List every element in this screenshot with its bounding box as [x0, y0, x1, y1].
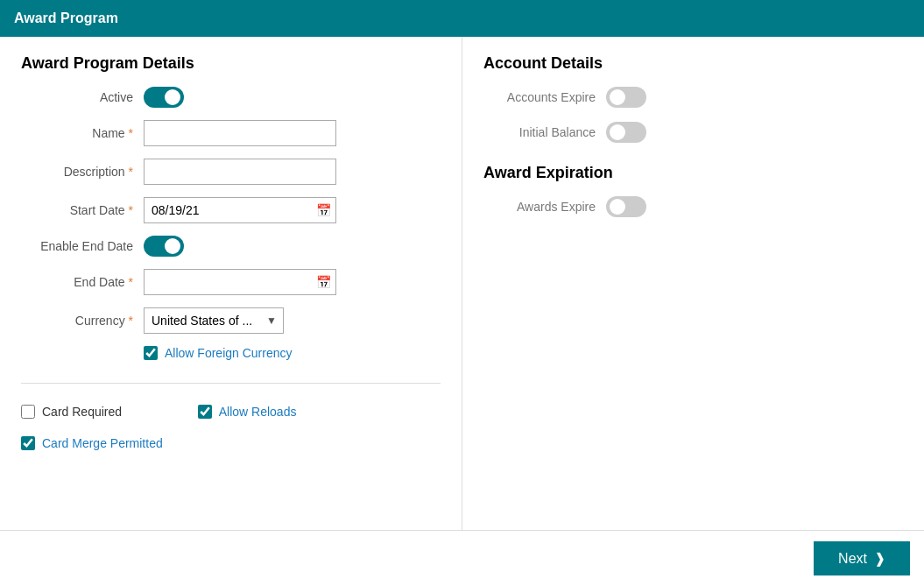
card-required-label[interactable]: Card Required [42, 405, 122, 419]
end-date-row: End Date 📅 [21, 269, 441, 295]
currency-label: Currency [21, 314, 144, 328]
accounts-expire-toggle[interactable] [606, 87, 646, 108]
awards-expire-row: Awards Expire [483, 196, 903, 217]
next-button[interactable]: Next ❱ [814, 541, 910, 575]
allow-reloads-label[interactable]: Allow Reloads [219, 405, 297, 419]
active-label: Active [21, 90, 144, 104]
next-label: Next [838, 551, 867, 567]
awards-expire-label: Awards Expire [483, 200, 606, 214]
description-row: Description [21, 159, 441, 185]
name-label: Name [21, 126, 144, 140]
start-date-label: Start Date [21, 203, 144, 217]
allow-foreign-currency-checkbox-row: Allow Foreign Currency [144, 346, 293, 360]
name-row: Name [21, 120, 441, 146]
enable-end-date-row: Enable End Date [21, 236, 441, 257]
allow-foreign-currency-label[interactable]: Allow Foreign Currency [165, 346, 293, 360]
right-panel: Account Details Accounts Expire Initial … [462, 37, 924, 530]
card-merge-permitted-label[interactable]: Card Merge Permitted [42, 436, 163, 450]
active-toggle[interactable] [144, 87, 184, 108]
card-required-row: Card Required [21, 405, 163, 419]
next-arrow-icon: ❱ [874, 550, 885, 567]
footer: Next ❱ [0, 530, 924, 586]
accounts-expire-row: Accounts Expire [483, 87, 903, 108]
name-input[interactable] [144, 120, 336, 146]
accounts-expire-label: Accounts Expire [483, 90, 606, 104]
end-date-calendar-icon[interactable]: 📅 [316, 275, 331, 289]
start-date-wrapper: 08/19/21 📅 [144, 197, 336, 223]
end-date-label: End Date [21, 275, 144, 289]
start-date-input[interactable]: 08/19/21 [144, 197, 336, 223]
awards-expire-toggle[interactable] [606, 196, 646, 217]
divider [21, 383, 441, 384]
award-program-details-title: Award Program Details [21, 54, 441, 73]
allow-foreign-currency-row: Allow Foreign Currency [21, 346, 441, 369]
card-merge-permitted-checkbox[interactable] [21, 436, 35, 450]
start-date-calendar-icon[interactable]: 📅 [316, 203, 331, 217]
initial-balance-label: Initial Balance [483, 125, 606, 139]
card-required-checkbox[interactable] [21, 405, 35, 419]
bottom-checks: Card Required Card Merge Permitted Allow… [21, 398, 441, 466]
allow-reloads-checkbox[interactable] [198, 405, 212, 419]
award-expiration-title: Award Expiration [483, 164, 903, 182]
initial-balance-toggle[interactable] [606, 122, 646, 143]
account-details-title: Account Details [483, 54, 903, 73]
currency-select[interactable]: United States of ... [144, 307, 284, 334]
left-panel: Award Program Details Active Name Descri… [0, 37, 462, 530]
allow-reloads-row: Allow Reloads [198, 405, 297, 419]
end-date-input[interactable] [144, 269, 336, 295]
title-bar: Award Program [0, 0, 924, 37]
right-checks-col: Allow Reloads [198, 405, 297, 459]
card-merge-permitted-row: Card Merge Permitted [21, 436, 163, 450]
initial-balance-row: Initial Balance [483, 122, 903, 143]
currency-select-wrapper: United States of ... ▼ [144, 307, 284, 334]
allow-foreign-currency-checkbox[interactable] [144, 346, 158, 360]
end-date-wrapper: 📅 [144, 269, 336, 295]
title-bar-label: Award Program [14, 11, 118, 25]
enable-end-date-label: Enable End Date [21, 239, 144, 253]
enable-end-date-toggle[interactable] [144, 236, 184, 257]
start-date-row: Start Date 08/19/21 📅 [21, 197, 441, 223]
description-input[interactable] [144, 159, 336, 185]
description-label: Description [21, 165, 144, 179]
currency-row: Currency United States of ... ▼ [21, 307, 441, 334]
left-checks-col: Card Required Card Merge Permitted [21, 405, 163, 459]
active-row: Active [21, 87, 441, 108]
